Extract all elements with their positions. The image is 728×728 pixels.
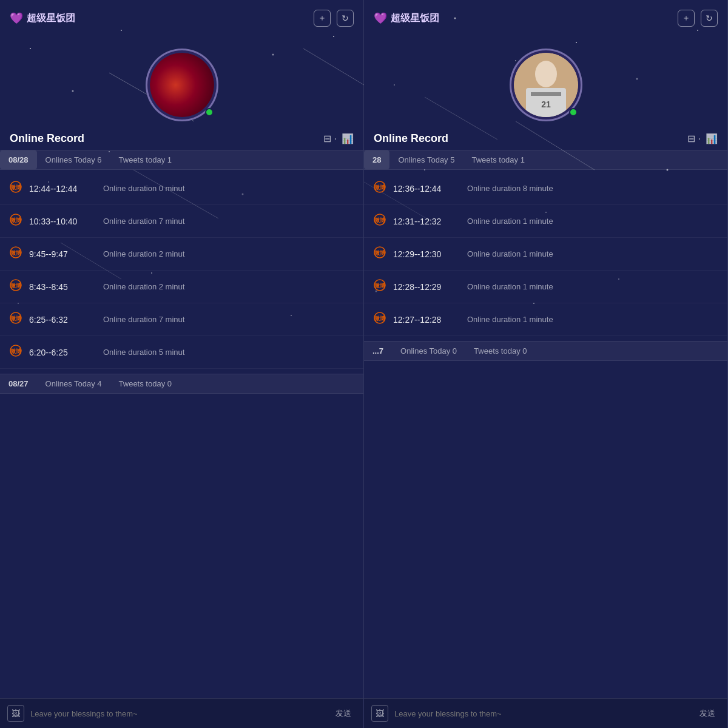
send-btn-left[interactable]: 发送 [331,706,356,721]
svg-text:微博: 微博 [10,348,22,354]
blessings-input-left[interactable] [30,709,325,718]
weibo-icon-4-right: 微博 [374,312,386,327]
blessings-input-right[interactable] [394,709,689,718]
date-tab-right-sec-2[interactable]: Tweets today 0 [465,342,535,360]
date-tab-left-2[interactable]: Tweets today 1 [110,150,180,169]
avatar-img-left [150,53,214,117]
record-duration-left-2: Online duration 2 minut [103,249,184,258]
svg-text:微博: 微博 [10,283,22,289]
svg-text:微博: 微博 [374,315,386,322]
record-duration-left-3: Online duration 2 minut [103,282,184,291]
svg-text:微博: 微博 [10,315,22,322]
record-list-left: 微博 12:44--12:44 Online duration 0 minut … [0,170,363,698]
record-time-left-3: 8:43--8:45 [29,282,96,292]
weibo-icon-1-left: 微博 [10,214,22,229]
record-time-right-4: 12:27--12:28 [393,315,460,325]
record-time-right-3: 12:28--12:29 [393,282,460,292]
record-duration-left-1: Online duration 7 minut [103,217,184,226]
record-duration-left-4: Online duration 7 minut [103,315,184,324]
record-item-left-4: 微博 6:25--6:32 Online duration 7 minut [0,303,363,336]
record-item-right-4: 微博 12:27--12:28 Online duration 1 minute [364,303,727,336]
date-tab-right-2[interactable]: Tweets today 1 [463,150,533,169]
bottom-bar-left: 🖼 发送 [0,698,363,728]
chart-icon-right[interactable]: 📊 [706,133,718,144]
image-btn-right[interactable]: 🖼 [371,705,388,722]
heart-icon-left: 💜 [10,12,23,25]
brand-name-right: 超级星饭团 [391,12,439,25]
add-button-right[interactable]: ＋ [678,10,695,27]
date-tab-left-sec-2[interactable]: Tweets today 0 [110,374,180,393]
date-tab-right-sec-1[interactable]: Onlines Today 0 [392,342,465,360]
date-tab-left-sec-0[interactable]: 08/27 [0,374,37,393]
online-dot-right [569,108,578,116]
record-duration-left-0: Online duration 0 minut [103,184,184,193]
send-btn-right[interactable]: 发送 [695,706,720,721]
section-title-right: Online Record [374,132,448,145]
avatar-wrapper-right: 21 [510,49,582,121]
record-list-right: 微博 12:36--12:44 Online duration 8 minute… [364,170,727,698]
filter-icon-left[interactable]: ⊟ · [323,133,337,144]
record-item-right-1: 微博 12:31--12:32 Online duration 1 minute [364,205,727,238]
bottom-bar-right: 🖼 发送 [364,698,727,728]
record-item-right-2: 微博 12:29--12:30 Online duration 1 minute [364,238,727,271]
date-tabs-left-secondary: 08/27 Onlines Today 4 Tweets today 0 [0,374,363,394]
refresh-button-left[interactable]: ↻ [337,10,354,27]
record-time-left-4: 6:25--6:32 [29,315,96,325]
weibo-icon-1-right: 微博 [374,214,386,229]
date-tabs-left: 08/28 Onlines Today 6 Tweets today 1 [0,150,363,170]
record-duration-right-1: Online duration 1 minute [467,217,553,226]
image-btn-left[interactable]: 🖼 [7,705,24,722]
weibo-icon-5-left: 微博 [10,345,22,360]
date-tab-right-1[interactable]: Onlines Today 5 [389,150,463,169]
record-time-right-2: 12:29--12:30 [393,249,460,259]
svg-text:微博: 微博 [374,184,386,190]
record-time-left-0: 12:44--12:44 [29,184,96,194]
date-tab-right-sec-0[interactable]: ...7 [364,342,392,360]
refresh-button-right[interactable]: ↻ [701,10,718,27]
brand-logo-right: 💜 超级星饭团 [374,12,439,25]
section-header-left: Online Record ⊟ · 📊 [0,127,363,150]
chart-icon-left[interactable]: 📊 [342,133,354,144]
record-time-left-1: 10:33--10:40 [29,217,96,226]
section-header-right: Online Record ⊟ · 📊 [364,127,727,150]
add-button-left[interactable]: ＋ [314,10,331,27]
avatar-img-right: 21 [514,53,578,117]
weibo-icon-4-left: 微博 [10,312,22,327]
record-item-left-3: 微博 8:43--8:45 Online duration 2 minut [0,271,363,303]
svg-text:微博: 微博 [374,217,386,223]
date-tabs-right: 28 Onlines Today 5 Tweets today 1 [364,150,727,170]
svg-text:微博: 微博 [374,250,386,256]
record-duration-left-5: Online duration 5 minut [103,348,184,357]
weibo-icon-2-left: 微博 [10,246,22,261]
record-item-left-0: 微博 12:44--12:44 Online duration 0 minut [0,172,363,205]
record-time-right-0: 12:36--12:44 [393,184,460,194]
top-bar-left: 💜 超级星饭团 ＋ ↻ [0,0,363,36]
date-tab-left-1[interactable]: Onlines Today 6 [37,150,110,169]
main-container: 💜 超级星饭团 ＋ ↻ Online Record [0,0,728,728]
weibo-icon-0-left: 微博 [10,181,22,196]
avatar-face-light: 21 [514,53,578,117]
weibo-icon-2-right: 微博 [374,246,386,261]
left-panel: 💜 超级星饭团 ＋ ↻ Online Record [0,0,364,728]
record-item-left-5: 微博 6:20--6:25 Online duration 5 minut [0,336,363,369]
record-duration-right-4: Online duration 1 minute [467,315,553,324]
record-duration-right-0: Online duration 8 minute [467,184,553,193]
date-tab-left-0[interactable]: 08/28 [0,150,37,169]
right-panel: 💜 超级星饭团 ＋ ↻ [364,0,728,728]
svg-text:微博: 微博 [374,283,386,289]
date-tab-left-sec-1[interactable]: Onlines Today 4 [37,374,110,393]
section-icons-right: ⊟ · 📊 [687,133,718,144]
top-bar-actions-right: ＋ ↻ [678,10,718,27]
weibo-icon-0-right: 微博 [374,181,386,196]
svg-text:21: 21 [541,99,551,109]
brand-logo-left: 💜 超级星饭团 [10,12,75,25]
top-bar-actions-left: ＋ ↻ [314,10,354,27]
date-tab-right-0[interactable]: 28 [364,150,389,169]
record-time-left-5: 6:20--6:25 [29,348,96,357]
svg-text:微博: 微博 [10,184,22,190]
record-item-left-2: 微博 9:45--9:47 Online duration 2 minut [0,238,363,271]
filter-icon-right[interactable]: ⊟ · [687,133,701,144]
svg-text:微博: 微博 [10,250,22,256]
record-item-right-3: 微博 12:28--12:29 Online duration 1 minute [364,271,727,303]
weibo-icon-3-left: 微博 [10,279,22,294]
